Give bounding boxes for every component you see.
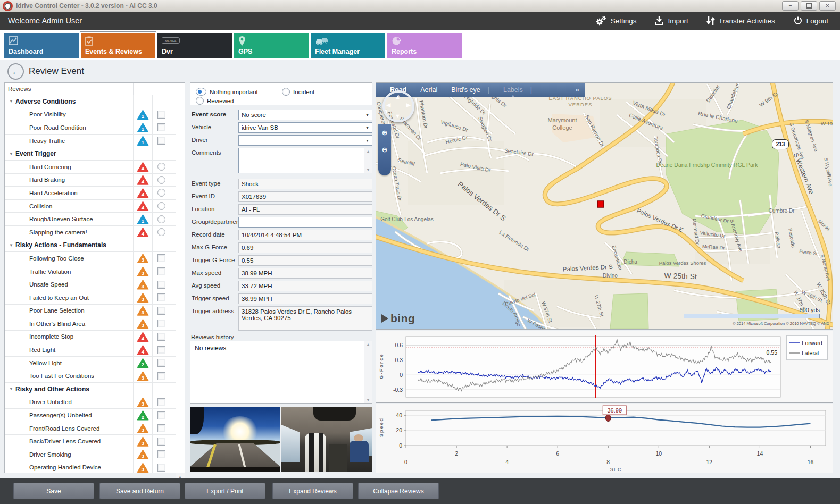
tree-item-row[interactable]: Yellow Light2 xyxy=(5,357,176,370)
item-checkbox[interactable] xyxy=(157,293,165,301)
item-checkbox[interactable] xyxy=(157,424,165,432)
tree-group-row[interactable]: ▼Risky and Other Actions xyxy=(5,383,176,396)
tree-item-row[interactable]: Hard Braking4 xyxy=(5,174,176,187)
tab-gps[interactable]: GPS xyxy=(234,33,309,58)
status-option-nothing-important[interactable]: Nothing important xyxy=(196,88,258,96)
front-road-camera[interactable] xyxy=(190,407,280,472)
pan-down-icon[interactable]: ▼ xyxy=(395,113,401,119)
item-checkbox[interactable] xyxy=(157,137,165,145)
item-checkbox[interactable] xyxy=(157,111,165,119)
collapse-arrow-icon[interactable]: ▼ xyxy=(7,99,15,104)
nav-transfer-activities[interactable]: Transfer Activities xyxy=(706,16,775,26)
item-checkbox[interactable] xyxy=(157,398,165,406)
item-radio[interactable] xyxy=(157,163,165,171)
tree-item-row[interactable]: In Other's Blind Area3 xyxy=(5,317,176,331)
item-checkbox[interactable] xyxy=(157,438,165,446)
item-radio[interactable] xyxy=(157,176,165,184)
bing-map[interactable]: EAST RANCHO PALOSVERDESMarymountCollegeS… xyxy=(376,82,833,330)
tree-item-row[interactable]: Poor Lane Selection3 xyxy=(5,305,176,318)
driver-cabin-camera[interactable] xyxy=(281,407,372,472)
tree-item-row[interactable]: Unsafe Speed3 xyxy=(5,278,176,291)
comments-textarea[interactable] xyxy=(238,148,372,173)
expand-reviews-button[interactable]: Expand Reviews xyxy=(272,483,353,499)
item-checkbox[interactable] xyxy=(157,411,165,419)
tree-item-row[interactable]: Red Light4 xyxy=(5,343,176,357)
maximize-button[interactable] xyxy=(801,1,817,11)
event-location-marker[interactable] xyxy=(597,201,604,207)
tree-item-row[interactable]: Too Fast For Conditions3 xyxy=(5,369,176,383)
map-pan-control[interactable]: ▲ ▼ ◀ ▶ xyxy=(382,90,414,122)
tree-item-row[interactable]: Back/Driver Lens Covered3 xyxy=(5,435,176,448)
item-checkbox[interactable] xyxy=(157,372,165,380)
trigger-speed-marker[interactable] xyxy=(605,415,611,422)
radio-icon[interactable] xyxy=(282,88,290,96)
tree-item-row[interactable]: Hard Cornering4 xyxy=(5,161,176,174)
pan-up-icon[interactable]: ▲ xyxy=(395,94,401,100)
item-checkbox[interactable] xyxy=(157,123,165,131)
item-checkbox[interactable] xyxy=(157,320,165,327)
tab-dvr[interactable]: MERGEDvr xyxy=(157,33,232,58)
tree-group-row[interactable]: ▼Risky Actions - Fundamentals xyxy=(5,239,176,253)
item-checkbox[interactable] xyxy=(157,359,165,367)
nav-logout[interactable]: Logout xyxy=(793,16,828,26)
tab-fleet-manager[interactable]: Fleet Manager xyxy=(311,33,385,58)
item-checkbox[interactable] xyxy=(157,450,165,458)
tree-item-row[interactable]: Driver Smoking3 xyxy=(5,448,176,461)
bing-logo[interactable]: bing xyxy=(381,312,415,325)
tree-item-row[interactable]: Heavy Traffic1 xyxy=(5,135,176,148)
collapse-reviews-button[interactable]: Collapse Reviews xyxy=(358,483,439,499)
tree-group-row[interactable]: ▼Event Trigger xyxy=(5,147,176,161)
map-view-aerial[interactable]: Aerial xyxy=(420,86,437,94)
tree-item-row[interactable]: Driver Unbelted3 xyxy=(5,396,176,409)
save-button[interactable]: Save xyxy=(13,483,94,499)
item-checkbox[interactable] xyxy=(157,464,165,472)
item-checkbox[interactable] xyxy=(157,346,165,354)
tree-item-row[interactable]: Poor Visibility1 xyxy=(5,108,176,122)
item-checkbox[interactable] xyxy=(157,254,165,262)
item-radio[interactable] xyxy=(157,215,165,223)
tree-item-row[interactable]: Poor Road Condition1 xyxy=(5,121,176,135)
tab-reports[interactable]: Reports xyxy=(387,33,462,58)
nav-import[interactable]: Import xyxy=(654,16,688,26)
status-option-reviewed[interactable]: Reviewed xyxy=(196,97,234,105)
tree-item-row[interactable]: Incomplete Stop4 xyxy=(5,331,176,344)
map-view-bird-s-eye[interactable]: Bird's eye xyxy=(451,86,480,94)
collapse-arrow-icon[interactable]: ▼ xyxy=(7,387,15,391)
tree-item-row[interactable]: Failed to Keep an Out3 xyxy=(5,291,176,305)
field-event-score-select[interactable]: No score▼ xyxy=(238,110,372,120)
status-option-incident[interactable]: Incident xyxy=(282,88,314,96)
tab-dashboard[interactable]: Dashboard xyxy=(4,33,79,58)
nav-settings[interactable]: Settings xyxy=(595,15,637,26)
textarea-scrollbar[interactable] xyxy=(364,148,372,173)
tree-item-row[interactable]: Following Too Close3 xyxy=(5,252,176,265)
item-checkbox[interactable] xyxy=(157,267,165,275)
item-radio[interactable] xyxy=(157,228,165,236)
item-checkbox[interactable] xyxy=(157,281,165,289)
field-input[interactable] xyxy=(238,217,372,228)
reviews-history-scrollbar[interactable] xyxy=(364,341,372,403)
close-button[interactable]: ✕ xyxy=(819,1,836,11)
tree-item-row[interactable]: Operating Handled Device3 xyxy=(5,461,176,473)
tree-item-row[interactable]: Front/Road Lens Covered3 xyxy=(5,422,176,435)
item-radio[interactable] xyxy=(157,202,165,210)
zoom-in-icon[interactable]: ⊕ xyxy=(378,129,391,137)
tree-item-row[interactable]: Passenger(s) Unbelted2 xyxy=(5,409,176,422)
map-view-labels[interactable]: Labels xyxy=(503,86,523,94)
item-checkbox[interactable] xyxy=(157,333,165,341)
pan-left-icon[interactable]: ◀ xyxy=(386,102,390,108)
minimize-button[interactable]: – xyxy=(782,1,799,11)
tab-events-reviews[interactable]: Events & Reviews xyxy=(81,33,155,58)
tree-group-row[interactable]: ▼Adverse Conditions xyxy=(5,95,176,108)
field-vehicle-select[interactable]: idrive Van SB▼ xyxy=(238,122,372,133)
export-print-button[interactable]: Export / Print xyxy=(185,483,265,499)
item-checkbox[interactable] xyxy=(157,307,165,315)
tree-item-row[interactable]: Hard Acceleration4 xyxy=(5,187,176,200)
back-button[interactable]: ← xyxy=(7,63,24,80)
radio-icon[interactable] xyxy=(196,88,206,96)
tree-item-row[interactable]: Slapping the camera!4 xyxy=(5,226,176,239)
field-driver-select[interactable]: ▼ xyxy=(238,135,372,146)
collapse-arrow-icon[interactable]: ▼ xyxy=(7,152,15,156)
item-radio[interactable] xyxy=(157,189,165,197)
save-and-return-button[interactable]: Save and Return xyxy=(99,483,180,499)
tree-item-row[interactable]: Rough/Uneven Surface1 xyxy=(5,213,176,226)
